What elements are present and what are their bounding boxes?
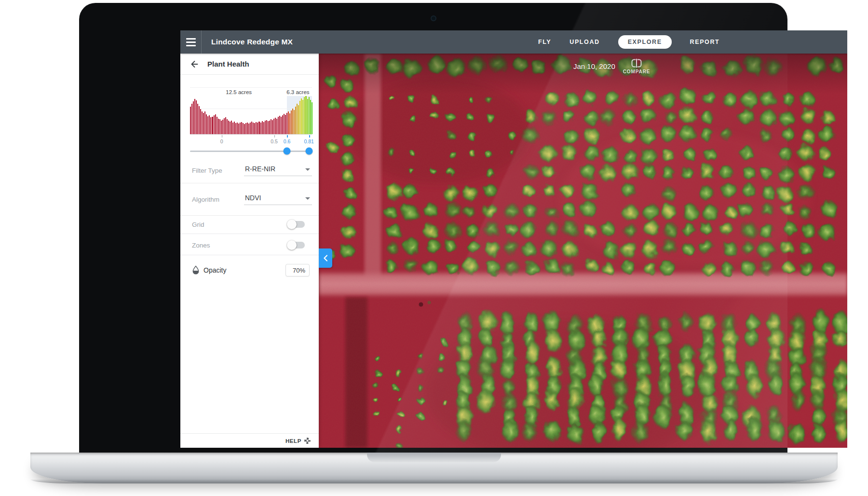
slider-handle-max[interactable] [305,148,312,155]
ndvi-map-imagery [319,54,847,448]
laptop-base [30,453,838,483]
nav-report[interactable]: REPORT [690,39,720,45]
opacity-row: Opacity 70% [180,262,319,278]
plant-health-panel: Plant Health 12.5 acres 6.3 acres 00.50. [180,54,319,448]
divider [180,255,319,255]
menu-button[interactable] [180,30,202,54]
hamburger-icon [186,38,196,40]
divider [180,215,319,216]
divider [180,183,319,183]
zones-toggle-row: Zones [180,237,319,253]
nav-explore[interactable]: EXPLORE [618,35,672,49]
slider-track[interactable] [190,151,312,152]
lifebuoy-icon[interactable] [304,438,311,444]
laptop-screen-bezel: Lindcove Rededge MX FLY UPLOAD EXPLORE R… [79,3,787,453]
chevron-down-icon [305,168,310,171]
algorithm-select[interactable]: NDVI [244,193,312,205]
panel-header: Plant Health [180,54,319,75]
area-label-right: 6.3 acres [286,89,309,95]
algorithm-label: Algorithm [192,196,219,203]
filter-type-label: Filter Type [192,167,222,174]
project-title: Lindcove Rededge MX [211,30,293,54]
histogram: 12.5 acres 6.3 acres 00.50.60.81 [190,87,312,156]
grid-toggle[interactable] [288,221,305,228]
zones-label: Zones [192,242,210,249]
help-link[interactable]: HELP [285,438,301,444]
top-navbar: Lindcove Rededge MX FLY UPLOAD EXPLORE R… [180,30,847,54]
nav-upload[interactable]: UPLOAD [570,39,599,45]
compare-button[interactable]: COMPARE [623,58,651,74]
algorithm-row: Algorithm NDVI [180,192,319,207]
histogram-axis: 00.50.60.81 [190,135,312,145]
opacity-input[interactable]: 70% [285,264,310,276]
slider-handle-min[interactable] [284,148,291,155]
laptop-camera [432,16,435,20]
main-nav: FLY UPLOAD EXPLORE REPORT [538,30,719,54]
nav-fly[interactable]: FLY [538,39,551,45]
histogram-plot[interactable] [190,96,312,135]
laptop-base-notch [367,453,501,462]
compare-label: COMPARE [623,69,651,74]
area-label-left: 12.5 acres [226,89,252,95]
grid-toggle-row: Grid [180,217,319,232]
filter-type-row: Filter Type R-RE-NIR [180,163,319,178]
map-view[interactable]: Jan 10, 2020 COMPARE [319,54,847,448]
app-window: Lindcove Rededge MX FLY UPLOAD EXPLORE R… [180,30,847,448]
map-header-overlay: Jan 10, 2020 COMPARE [573,56,650,74]
divider [180,234,319,234]
back-arrow-icon[interactable] [190,60,199,69]
algorithm-value: NDVI [245,194,261,202]
panel-footer: HELP [180,433,319,448]
page-background: Lindcove Rededge MX FLY UPLOAD EXPLORE R… [0,0,868,496]
compare-icon [631,58,642,68]
panel-title: Plant Health [207,60,249,68]
zones-toggle[interactable] [288,242,305,248]
grid-label: Grid [192,221,204,228]
map-date-label[interactable]: Jan 10, 2020 [573,62,615,70]
panel-collapse-button[interactable] [319,248,332,268]
laptop-base-edge [30,479,838,483]
histogram-area-labels: 12.5 acres 6.3 acres [190,87,312,96]
range-slider [190,146,312,156]
histogram-bars [190,96,312,134]
chevron-left-icon [323,255,328,262]
filter-type-value: R-RE-NIR [245,165,275,173]
filter-type-select[interactable]: R-RE-NIR [244,164,312,176]
chevron-down-icon [305,197,310,200]
opacity-label: Opacity [203,266,226,274]
opacity-drop-icon [190,265,201,276]
